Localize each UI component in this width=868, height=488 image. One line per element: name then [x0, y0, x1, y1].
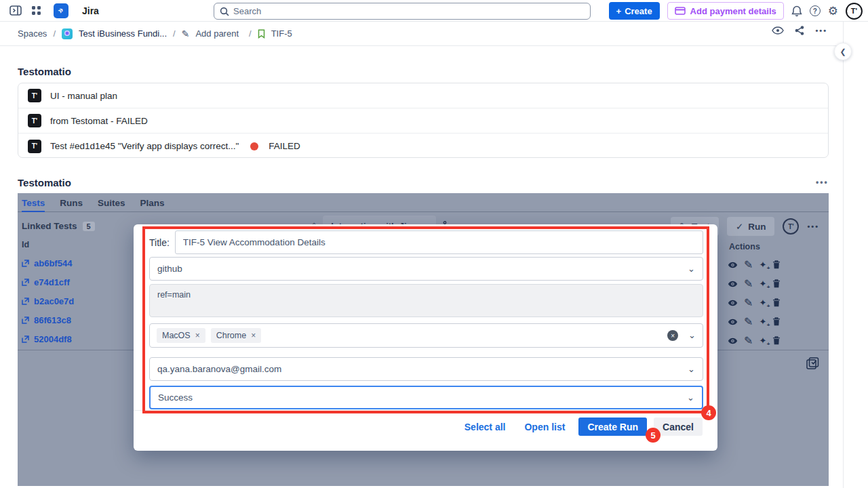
collapse-panel-button[interactable]: ❮	[834, 43, 852, 60]
run-params-textarea[interactable]: ref=main	[149, 284, 703, 317]
breadcrumb-spaces[interactable]: Spaces	[18, 28, 47, 39]
edit-icon: ✎	[182, 28, 190, 39]
watch-eye-icon[interactable]	[772, 26, 784, 35]
help-icon[interactable]: ?	[810, 5, 821, 16]
runner-select[interactable]: github ⌄	[149, 257, 703, 281]
modal-footer-divider	[134, 410, 717, 411]
title-label: Title:	[149, 237, 170, 248]
status-select[interactable]: Success ⌄	[149, 386, 703, 409]
edit-pencil-icon[interactable]: ✎	[744, 258, 753, 271]
testomatio-logo-icon: T'	[28, 89, 41, 102]
create-run-button[interactable]: Create Run	[578, 418, 647, 436]
row-actions: ✎✦	[728, 334, 781, 347]
ai-sparkles-icon[interactable]: ✦	[759, 260, 766, 270]
global-search[interactable]	[214, 3, 591, 20]
external-link-icon	[22, 336, 29, 343]
column-header-actions: Actions	[729, 242, 760, 251]
linked-tests-count-badge: 5	[83, 222, 95, 231]
delete-trash-icon[interactable]	[772, 260, 781, 269]
select-all-tests-icon[interactable]	[806, 357, 819, 369]
testomatio-logo-icon: T'	[28, 114, 41, 127]
tab-suites[interactable]: Suites	[98, 193, 125, 212]
plus-icon: +	[616, 6, 622, 16]
delete-trash-icon[interactable]	[772, 336, 781, 345]
edit-pencil-icon[interactable]: ✎	[744, 296, 753, 309]
breadcrumb-current-page[interactable]: TIF-5	[271, 28, 292, 39]
test-id-link[interactable]: b2ac0e7d	[22, 296, 74, 306]
test-id-link[interactable]: ab6bf544	[22, 258, 72, 268]
env-chip: Chrome ×	[211, 328, 261, 343]
view-eye-icon[interactable]	[728, 262, 738, 268]
app-switcher-icon[interactable]	[31, 5, 41, 16]
list-item[interactable]: T' from Testomat - FAILED	[18, 108, 828, 134]
settings-gear-icon[interactable]: ⚙	[828, 5, 838, 17]
delete-trash-icon[interactable]	[772, 298, 781, 307]
testomatio-plugin-title: Testomatio	[18, 177, 71, 188]
tab-plans[interactable]: Plans	[140, 193, 165, 212]
select-all-link[interactable]: Select all	[465, 422, 506, 432]
edit-pencil-icon[interactable]: ✎	[744, 334, 753, 347]
space-avatar-icon	[62, 28, 73, 39]
ai-sparkles-icon[interactable]: ✦	[759, 336, 766, 346]
plugin-tabs: Tests Runs Suites Plans	[18, 193, 829, 212]
plugin-more-actions-icon[interactable]: •••	[816, 178, 829, 187]
view-eye-icon[interactable]	[728, 300, 738, 306]
search-input[interactable]	[233, 6, 585, 16]
assignee-select[interactable]: qa.yana.baranova@gmail.com ⌄	[149, 357, 703, 381]
breadcrumb-space-name[interactable]: Test iBusiness Fundi...	[79, 28, 167, 39]
run-button[interactable]: ✓ Run	[727, 217, 775, 236]
open-list-link[interactable]: Open list	[524, 422, 565, 432]
remove-chip-icon[interactable]: ×	[251, 331, 256, 340]
annotation-step-4: 4	[701, 405, 716, 420]
run-title-input[interactable]	[175, 230, 703, 254]
collapse-sidebar-icon[interactable]	[9, 5, 22, 16]
add-payment-details-button[interactable]: Add payment details	[667, 2, 784, 20]
test-id-link[interactable]: 52004df8	[22, 334, 72, 344]
view-eye-icon[interactable]	[728, 281, 738, 287]
tab-tests[interactable]: Tests	[22, 193, 45, 212]
external-link-icon	[22, 298, 29, 305]
env-chip: MacOS ×	[157, 328, 205, 343]
list-item[interactable]: T' UI - manual plan	[18, 83, 828, 108]
breadcrumb-add-parent[interactable]: Add parent	[195, 28, 239, 39]
test-id-link[interactable]: 86f613c8	[22, 315, 71, 325]
share-icon[interactable]	[795, 26, 804, 35]
edit-pencil-icon[interactable]: ✎	[744, 315, 753, 328]
page-more-actions-icon[interactable]: •••	[815, 26, 827, 35]
clear-all-icon[interactable]: ×	[667, 330, 678, 341]
run-more-actions-icon[interactable]: •••	[807, 222, 819, 230]
app-name: Jira	[82, 5, 99, 16]
check-icon: ✓	[736, 221, 743, 232]
ai-sparkles-icon[interactable]: ✦	[759, 279, 766, 289]
list-item[interactable]: T' Test #ed1d1e45 "Verify app displays c…	[18, 134, 828, 158]
notifications-bell-icon[interactable]	[791, 5, 802, 17]
create-button[interactable]: +Create	[609, 2, 660, 20]
bookmark-icon	[258, 29, 265, 39]
breadcrumb-row: Spaces / Test iBusiness Fundi... / ✎ Add…	[0, 22, 843, 46]
tab-runs[interactable]: Runs	[60, 193, 83, 212]
view-eye-icon[interactable]	[728, 338, 738, 344]
environment-multiselect[interactable]: MacOS × Chrome × × ⌄	[149, 323, 703, 348]
linked-tests-label: Linked Tests 5	[22, 221, 95, 231]
edit-pencil-icon[interactable]: ✎	[744, 277, 753, 290]
jira-logo-icon[interactable]: »	[54, 3, 68, 18]
user-avatar[interactable]: T'	[846, 3, 863, 20]
delete-trash-icon[interactable]	[772, 317, 781, 326]
row-actions: ✎✦	[728, 315, 781, 328]
annotation-step-5: 5	[646, 428, 660, 443]
view-eye-icon[interactable]	[728, 319, 738, 325]
failed-status-label: FAILED	[269, 141, 300, 151]
testomatio-circle-logo-icon[interactable]: T'	[783, 218, 799, 235]
test-id-link[interactable]: e74d1cff	[22, 277, 70, 287]
modal-footer: Select all Open list Create Run Cancel	[465, 418, 703, 436]
column-header-id: Id	[22, 240, 29, 249]
row-actions: ✎✦	[728, 296, 781, 309]
external-link-icon	[22, 317, 29, 324]
cancel-button[interactable]: Cancel	[654, 418, 703, 436]
delete-trash-icon[interactable]	[772, 279, 781, 288]
panel-divider	[843, 22, 844, 488]
testomatio-logo-icon: T'	[28, 140, 41, 153]
ai-sparkles-icon[interactable]: ✦	[759, 317, 766, 327]
ai-sparkles-icon[interactable]: ✦	[759, 298, 766, 308]
remove-chip-icon[interactable]: ×	[195, 331, 200, 340]
